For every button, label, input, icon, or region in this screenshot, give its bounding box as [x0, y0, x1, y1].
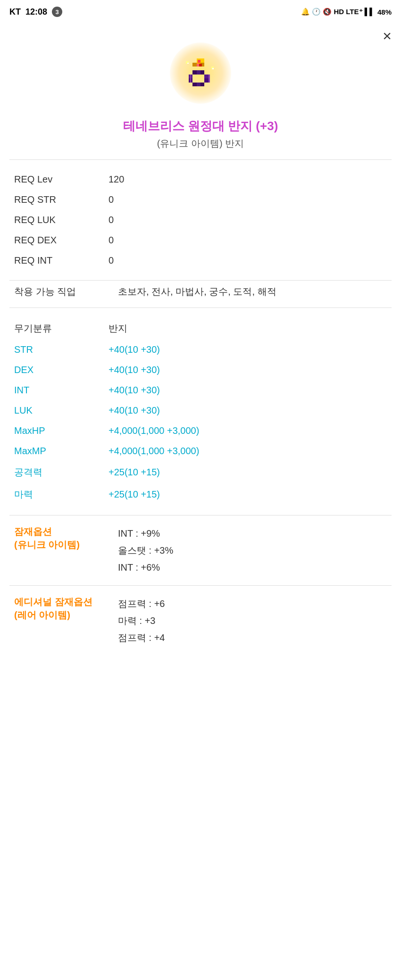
potential-label-line2: (유니크 아이템) — [14, 540, 80, 550]
stat-value: +25(10 +15) — [109, 467, 160, 478]
svg-rect-6 — [204, 78, 208, 82]
req-value: 0 — [109, 215, 114, 225]
job-section: 착용 가능 직업 초보자, 전사, 마법사, 궁수, 도적, 해적 — [0, 281, 401, 307]
svg-rect-10 — [192, 63, 196, 66]
svg-rect-20 — [187, 63, 189, 64]
req-label: REQ LUK — [14, 215, 109, 225]
svg-rect-15 — [199, 64, 202, 66]
add-potential-values: 점프력 : +6마력 : +3점프력 : +4 — [118, 595, 165, 646]
potential-option: INT : +9% — [118, 525, 173, 542]
potential-option: 올스탯 : +3% — [118, 542, 173, 559]
svg-rect-4 — [204, 75, 208, 78]
stat-value: +40(10 +30) — [109, 344, 160, 355]
svg-rect-1 — [197, 70, 200, 74]
stat-row: MaxHP +4,000(1,000 +3,000) — [14, 421, 387, 441]
req-value: 0 — [109, 255, 114, 266]
svg-rect-2 — [200, 70, 204, 74]
add-potential-option: 점프력 : +6 — [118, 595, 165, 612]
weapon-type-label: 무기분류 — [14, 322, 109, 335]
add-potential-section: 에디셔널 잠재옵션 (레어 아이템) 점프력 : +6마력 : +3점프력 : … — [0, 586, 401, 656]
stat-value: +4,000(1,000 +3,000) — [109, 425, 199, 436]
status-right: 🔔 🕐 🔇 HD LTE⁺ ▌▌ 48% — [301, 8, 392, 16]
weapon-stats-section: 무기분류 반지 STR +40(10 +30) DEX +40(10 +30) … — [0, 308, 401, 515]
job-row: 착용 가능 직업 초보자, 전사, 마법사, 궁수, 도적, 해적 — [14, 285, 387, 298]
req-value: 0 — [109, 235, 114, 246]
item-name: 테네브리스 원정대 반지 (+3) — [14, 118, 387, 134]
req-row: REQ STR 0 — [14, 190, 387, 210]
req-row: REQ DEX 0 — [14, 230, 387, 250]
add-potential-label-line1: 에디셔널 잠재옵션 — [14, 597, 92, 607]
stat-value: +4,000(1,000 +3,000) — [109, 446, 199, 457]
svg-rect-7 — [192, 83, 196, 86]
req-label: REQ INT — [14, 255, 109, 266]
status-icons: 🔔 🕐 🔇 HD LTE⁺ ▌▌ — [301, 8, 375, 16]
stat-label: INT — [14, 385, 109, 396]
svg-rect-9 — [200, 83, 204, 86]
requirements-section: REQ Lev 120 REQ STR 0 REQ LUK 0 REQ DEX … — [0, 160, 401, 280]
stat-row: 마력 +25(10 +15) — [14, 483, 387, 506]
stat-row: STR +40(10 +30) — [14, 340, 387, 360]
svg-rect-8 — [197, 83, 200, 86]
job-label: 착용 가능 직업 — [14, 285, 109, 298]
weapon-type-row: 무기분류 반지 — [14, 317, 387, 340]
item-image-area — [0, 24, 401, 113]
item-title-area: 테네브리스 원정대 반지 (+3) (유니크 아이템) 반지 — [0, 113, 401, 159]
job-value: 초보자, 전사, 마법사, 궁수, 도적, 해적 — [118, 285, 276, 298]
potential-label-line1: 잠재옵션 — [14, 526, 52, 537]
stat-row: INT +40(10 +30) — [14, 380, 387, 400]
potential-option: INT : +6% — [118, 559, 173, 576]
status-bar: KT 12:08 3 🔔 🕐 🔇 HD LTE⁺ ▌▌ 48% — [0, 0, 401, 24]
stat-value: +40(10 +30) — [109, 385, 160, 396]
add-potential-label-line2: (레어 아이템) — [14, 610, 70, 620]
req-label: REQ STR — [14, 194, 109, 205]
req-row: REQ LUK 0 — [14, 210, 387, 230]
svg-rect-22 — [212, 68, 214, 69]
stat-row: 공격력 +25(10 +15) — [14, 461, 387, 483]
potential-values: INT : +9%올스탯 : +3%INT : +6% — [118, 525, 173, 576]
potential-row: 잠재옵션 (유니크 아이템) INT : +9%올스탯 : +3%INT : +… — [14, 525, 387, 576]
close-button[interactable]: × — [383, 28, 392, 43]
stat-row: DEX +40(10 +30) — [14, 360, 387, 380]
item-image — [170, 42, 231, 104]
stat-value: +25(10 +15) — [109, 489, 160, 500]
potential-label: 잠재옵션 (유니크 아이템) — [14, 525, 109, 551]
req-value: 120 — [109, 174, 124, 185]
add-potential-option: 마력 : +3 — [118, 612, 165, 629]
status-left: KT 12:08 3 — [9, 7, 62, 17]
potential-section: 잠재옵션 (유니크 아이템) INT : +9%올스탯 : +3%INT : +… — [0, 515, 401, 585]
svg-rect-0 — [192, 70, 196, 74]
svg-rect-18 — [209, 75, 210, 83]
stat-label: 마력 — [14, 488, 109, 501]
stat-label: DEX — [14, 365, 109, 375]
carrier-label: KT — [9, 7, 21, 17]
req-row: REQ Lev 120 — [14, 169, 387, 190]
battery-label: 48% — [377, 8, 392, 16]
req-value: 0 — [109, 194, 114, 205]
svg-rect-16 — [197, 64, 200, 66]
stat-label: STR — [14, 344, 109, 355]
stat-label: MaxMP — [14, 446, 109, 457]
add-potential-option: 점프력 : +4 — [118, 629, 165, 646]
stat-row: MaxMP +4,000(1,000 +3,000) — [14, 441, 387, 461]
add-potential-row: 에디셔널 잠재옵션 (레어 아이템) 점프력 : +6마력 : +3점프력 : … — [14, 595, 387, 646]
stat-label: MaxHP — [14, 425, 109, 436]
stat-row: LUK +40(10 +30) — [14, 400, 387, 421]
svg-rect-17 — [190, 75, 192, 83]
stat-value: +40(10 +30) — [109, 365, 160, 375]
req-row: REQ INT 0 — [14, 250, 387, 271]
item-glow — [170, 42, 231, 104]
add-potential-label: 에디셔널 잠재옵션 (레어 아이템) — [14, 595, 109, 622]
stat-label: LUK — [14, 405, 109, 416]
time-label: 12:08 — [25, 7, 47, 17]
stat-label: 공격력 — [14, 466, 109, 479]
req-label: REQ Lev — [14, 174, 109, 185]
svg-rect-14 — [198, 60, 200, 63]
item-type: (유니크 아이템) 반지 — [14, 137, 387, 150]
notification-badge: 3 — [52, 7, 62, 17]
stat-value: +40(10 +30) — [109, 405, 160, 416]
item-sprite — [179, 52, 222, 94]
weapon-type-value: 반지 — [109, 322, 127, 335]
req-label: REQ DEX — [14, 235, 109, 246]
